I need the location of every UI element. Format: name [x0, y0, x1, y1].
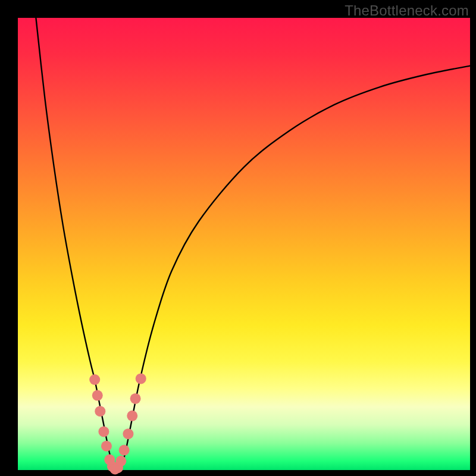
watermark-text: TheBottleneck.com — [345, 2, 469, 19]
main-curve — [36, 18, 470, 470]
data-marker — [127, 411, 137, 421]
data-marker — [130, 393, 141, 404]
data-marker — [119, 445, 130, 456]
data-marker — [115, 456, 126, 466]
data-marker — [89, 374, 100, 385]
data-marker — [92, 390, 103, 401]
data-marker — [136, 373, 146, 384]
data-marker — [101, 441, 112, 452]
plot-area — [18, 18, 470, 470]
data-marker — [95, 406, 105, 416]
data-marker — [123, 428, 133, 439]
data-marker — [98, 426, 109, 437]
chart-svg — [18, 18, 470, 470]
chart-frame: TheBottleneck.com — [0, 0, 476, 476]
